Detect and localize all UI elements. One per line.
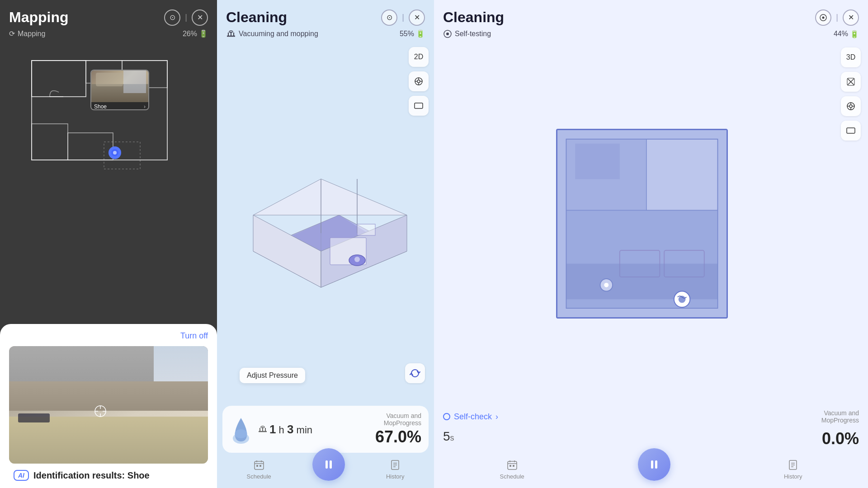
svg-point-40	[235, 429, 247, 438]
target-view-button[interactable]	[409, 71, 429, 91]
id-result-row: AI Identification results: Shoe	[9, 470, 208, 481]
cleaning-right-icons: | ✕	[815, 9, 859, 26]
self-check-label[interactable]: Self-check	[454, 412, 492, 422]
svg-point-61	[446, 33, 449, 35]
self-check-circle-icon	[443, 413, 450, 420]
shoe-arrow: ›	[144, 103, 146, 110]
mapping-mode-icon: ⟳	[9, 29, 15, 38]
stat-time-container: 5s	[443, 429, 454, 444]
id-result-text: Identification results: Shoe	[33, 470, 150, 481]
svg-rect-71	[847, 128, 855, 133]
target-icon-middle[interactable]: ⊙	[381, 9, 397, 26]
adjust-pressure-tooltip: Adjust Pressure	[240, 368, 305, 383]
svg-rect-1	[32, 61, 86, 97]
panel-cleaning-right: Cleaning | ✕ Self-testing 44% 🔋	[434, 0, 868, 488]
2d-label: 2D	[414, 53, 423, 61]
map-view-button-right[interactable]	[841, 121, 861, 141]
self-check-arrow-icon[interactable]: ›	[495, 412, 498, 422]
icon-divider-1: |	[185, 13, 187, 22]
icon-divider-middle: |	[402, 13, 404, 22]
cross-view-button[interactable]	[841, 72, 861, 92]
cleaning-middle-info-right: Vacuum andMopProgress 67.0%	[375, 412, 421, 446]
time-display: 1 h 3 min	[269, 422, 312, 436]
stat-time: 5s	[443, 429, 454, 443]
spin-button[interactable]	[405, 363, 425, 383]
history-label: History	[386, 473, 404, 480]
time-h-unit: h	[279, 424, 284, 436]
svg-rect-87	[508, 461, 517, 469]
target-icon-right[interactable]	[815, 9, 831, 26]
shoe-label-row: Shoe ›	[91, 102, 148, 110]
icon-divider-right: |	[836, 13, 838, 22]
cleaning-time: 1 h 3 min	[258, 422, 312, 436]
svg-rect-46	[255, 461, 264, 469]
mapping-subtitle-text: Mapping	[18, 30, 45, 38]
stat-progress-value: 0.0%	[822, 429, 859, 448]
pause-icon-right	[647, 458, 661, 471]
mapping-header: Mapping ⊙ | ✕ ⟳ Mapping 26% 🔋	[0, 0, 217, 42]
cleaning-middle-title: Cleaning	[226, 9, 287, 26]
schedule-nav-item[interactable]: Schedule	[247, 459, 271, 480]
pause-button-middle[interactable]	[312, 448, 345, 481]
mop-vacuum-icon-bottom	[258, 425, 268, 433]
cleaning-middle-info-left: 1 h 3 min	[230, 413, 312, 445]
history-label-right: History	[784, 473, 802, 480]
time-m-unit: min	[297, 424, 312, 436]
svg-rect-92	[513, 465, 514, 467]
map-view-button[interactable]	[409, 96, 429, 116]
cleaning-right-subtitle-text: Self-testing	[455, 30, 491, 38]
svg-rect-93	[651, 460, 653, 469]
cleaning-right-title: Cleaning	[443, 9, 504, 26]
progress-right-label-container: Vacuum andMopProgress	[821, 409, 859, 424]
battery-icon-right: 🔋	[850, 30, 859, 38]
cleaning-right-subtitle-left: Self-testing	[443, 29, 491, 38]
target-icon[interactable]: ⊙	[164, 9, 180, 26]
ai-badge: AI	[14, 470, 29, 481]
turn-off-button[interactable]: Turn off	[9, 331, 208, 341]
view-3d-button[interactable]: 3D	[841, 47, 861, 67]
view-2d-button[interactable]: 2D	[409, 47, 429, 67]
svg-rect-51	[259, 465, 261, 467]
target-view-button-right[interactable]	[841, 96, 861, 116]
mapping-map-area: Shoe ›	[0, 42, 217, 324]
progress-value-middle: 67.0%	[375, 427, 421, 446]
cleaning-middle-subtitle-row: Vacuuming and mopping 55% 🔋	[226, 29, 425, 38]
svg-point-9	[113, 151, 117, 155]
svg-point-86	[604, 282, 609, 287]
svg-rect-5	[68, 133, 113, 160]
mapping-battery: 26% 🔋	[183, 29, 208, 38]
cleaning-middle-battery-value: 55%	[400, 30, 414, 38]
schedule-icon-right	[506, 459, 519, 471]
close-icon-right[interactable]: ✕	[843, 9, 859, 26]
svg-rect-82	[566, 263, 718, 299]
cleaning-right-battery-value: 44%	[834, 30, 848, 38]
cleaning-middle-toolbar: 2D	[409, 47, 429, 116]
mapping-title-row: Mapping ⊙ | ✕	[9, 9, 208, 26]
history-icon-right	[787, 459, 799, 471]
close-icon[interactable]: ✕	[192, 9, 208, 26]
battery-icon-middle: 🔋	[416, 29, 425, 38]
adjust-pressure-text: Adjust Pressure	[247, 371, 298, 379]
mapping-subtitle-left: ⟳ Mapping	[9, 29, 45, 38]
history-nav-item-right[interactable]: History	[784, 459, 802, 480]
history-nav-item[interactable]: History	[386, 459, 404, 480]
svg-rect-94	[655, 460, 657, 469]
mop-vacuum-icon	[226, 30, 236, 38]
shoe-thumbnail-image	[91, 70, 148, 102]
3d-floor-plan	[231, 143, 420, 305]
cleaning-middle-title-row: Cleaning ⊙ | ✕	[226, 9, 425, 26]
close-icon-middle[interactable]: ✕	[409, 9, 425, 26]
stat-time-value: 5	[443, 429, 450, 443]
shoe-thumbnail[interactable]: Shoe ›	[90, 70, 149, 110]
schedule-label-right: Schedule	[500, 473, 524, 480]
cleaning-right-title-row: Cleaning | ✕	[443, 9, 859, 26]
cleaning-middle-icons: ⊙ | ✕	[381, 9, 425, 26]
panel-cleaning-middle: Cleaning ⊙ | ✕ Vacuuming and mopping 55%	[217, 0, 434, 488]
schedule-nav-item-right[interactable]: Schedule	[500, 459, 524, 480]
mapping-battery-value: 26%	[183, 30, 197, 38]
svg-rect-81	[575, 143, 619, 179]
pause-button-right[interactable]	[638, 448, 670, 481]
cleaning-right-bottom-nav: Schedule History	[434, 453, 868, 488]
svg-point-21	[417, 80, 420, 83]
self-test-icon	[443, 29, 452, 38]
